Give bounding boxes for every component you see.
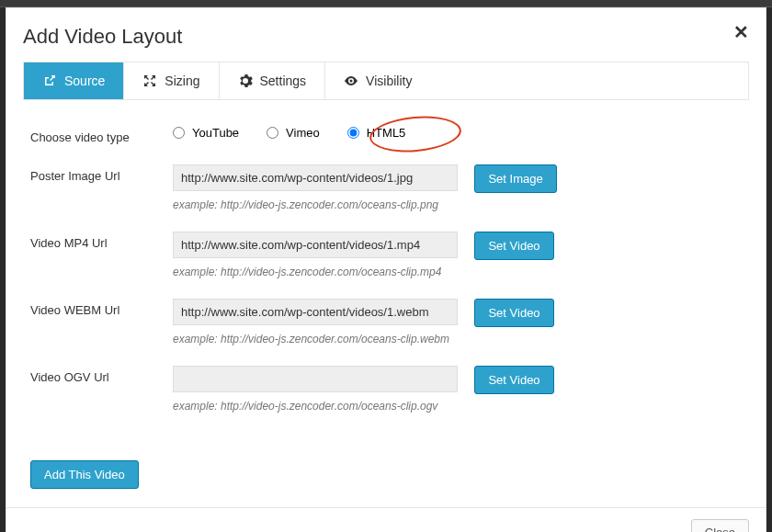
gear-icon [238, 74, 253, 88]
radio-html5[interactable]: HTML5 [347, 126, 406, 140]
row-video-type: Choose video type YouTube Vimeo HTML5 [30, 126, 742, 144]
row-webm: Video WEBM Url Set Video example: http:/… [30, 299, 742, 345]
mp4-hint: example: http://video-js.zencoder.com/oc… [173, 266, 742, 278]
form-area: Choose video type YouTube Vimeo HTML5 [23, 100, 749, 498]
radio-youtube-input[interactable] [173, 127, 185, 139]
eye-icon [344, 74, 358, 88]
poster-input[interactable] [173, 164, 458, 191]
row-ogv: Video OGV Url Set Video example: http://… [30, 366, 742, 413]
radio-vimeo-input[interactable] [267, 127, 278, 139]
set-video-ogv-button[interactable]: Set Video [474, 366, 553, 394]
poster-label: Poster Image Url [30, 164, 173, 183]
choose-video-type-label: Choose video type [30, 126, 173, 144]
ruler [0, 0, 772, 7]
radio-youtube[interactable]: YouTube [173, 126, 239, 140]
radio-youtube-label: YouTube [192, 126, 239, 140]
share-icon [42, 74, 57, 88]
tab-visibility[interactable]: Visibility [325, 62, 430, 99]
dialog-footer: Close [6, 507, 766, 532]
ogv-hint: example: http://video-js.zencoder.com/oc… [173, 400, 742, 413]
ogv-input[interactable] [173, 366, 458, 392]
row-mp4: Video MP4 Url Set Video example: http://… [30, 232, 742, 278]
tab-visibility-label: Visibility [366, 74, 412, 88]
radio-html5-label: HTML5 [367, 126, 406, 140]
tab-sizing[interactable]: Sizing [124, 62, 219, 99]
mp4-label: Video MP4 Url [30, 232, 173, 250]
dialog: ✕ Add Video Layout Source Sizing Setting… [6, 7, 766, 532]
radio-html5-input[interactable] [347, 127, 359, 139]
tab-sizing-label: Sizing [165, 74, 199, 88]
row-poster: Poster Image Url Set Image example: http… [30, 164, 742, 211]
mp4-input[interactable] [173, 232, 458, 258]
webm-hint: example: http://video-js.zencoder.com/oc… [173, 333, 742, 345]
expand-icon [142, 74, 157, 88]
radio-vimeo[interactable]: Vimeo [267, 126, 320, 140]
tab-settings[interactable]: Settings [220, 62, 326, 99]
webm-label: Video WEBM Url [30, 299, 173, 317]
tab-source[interactable]: Source [24, 62, 124, 99]
ogv-label: Video OGV Url [30, 366, 173, 384]
set-video-mp4-button[interactable]: Set Video [474, 232, 553, 260]
close-icon[interactable]: ✕ [733, 21, 749, 43]
dialog-title: Add Video Layout [23, 25, 749, 49]
close-button[interactable]: Close [691, 519, 749, 532]
webm-input[interactable] [173, 299, 458, 325]
tab-source-label: Source [64, 74, 105, 88]
set-image-button[interactable]: Set Image [474, 164, 556, 193]
add-video-button[interactable]: Add This Video [30, 460, 139, 489]
radio-vimeo-label: Vimeo [286, 126, 320, 140]
poster-hint: example: http://video-js.zencoder.com/oc… [173, 198, 742, 211]
tab-settings-label: Settings [260, 74, 307, 88]
set-video-webm-button[interactable]: Set Video [474, 299, 553, 327]
tabs: Source Sizing Settings Visibility [23, 62, 749, 100]
